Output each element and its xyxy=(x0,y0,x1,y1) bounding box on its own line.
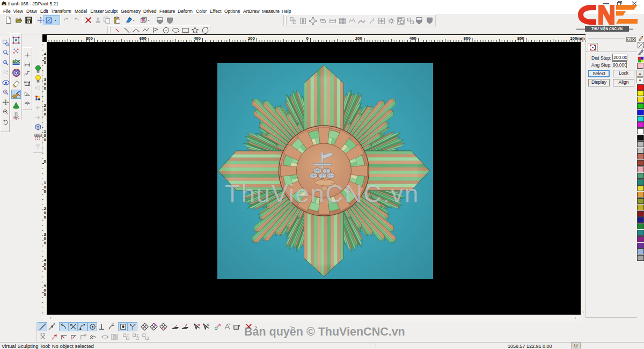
svg-text:abc: abc xyxy=(12,59,20,64)
svg-text:0: 0 xyxy=(44,292,47,297)
svg-text:200: 200 xyxy=(355,36,363,41)
svg-text:0: 0 xyxy=(44,60,47,65)
svg-text:THƯ VIỆN CNC.VN: THƯ VIỆN CNC.VN xyxy=(591,26,623,31)
svg-text:0: 0 xyxy=(44,266,47,271)
svg-text:0: 0 xyxy=(44,137,47,142)
svg-text:100mm: 100mm xyxy=(570,36,585,41)
svg-text:0: 0 xyxy=(44,112,47,117)
svg-text:800: 800 xyxy=(517,36,525,41)
svg-text:0: 0 xyxy=(44,86,47,91)
svg-text:0: 0 xyxy=(44,159,47,164)
svg-text:H: H xyxy=(13,116,15,119)
svg-text:C: C xyxy=(18,116,19,119)
svg-text:600: 600 xyxy=(464,36,471,41)
svg-text:600: 600 xyxy=(140,36,147,41)
svg-text:0: 0 xyxy=(44,241,47,245)
svg-text:400: 400 xyxy=(409,36,417,41)
svg-text:200: 200 xyxy=(248,36,255,41)
svg-text:800: 800 xyxy=(86,36,93,41)
svg-text:400: 400 xyxy=(194,36,201,41)
svg-text:0: 0 xyxy=(306,36,309,41)
svg-text:0: 0 xyxy=(44,189,47,194)
svg-text:0: 0 xyxy=(44,215,47,220)
